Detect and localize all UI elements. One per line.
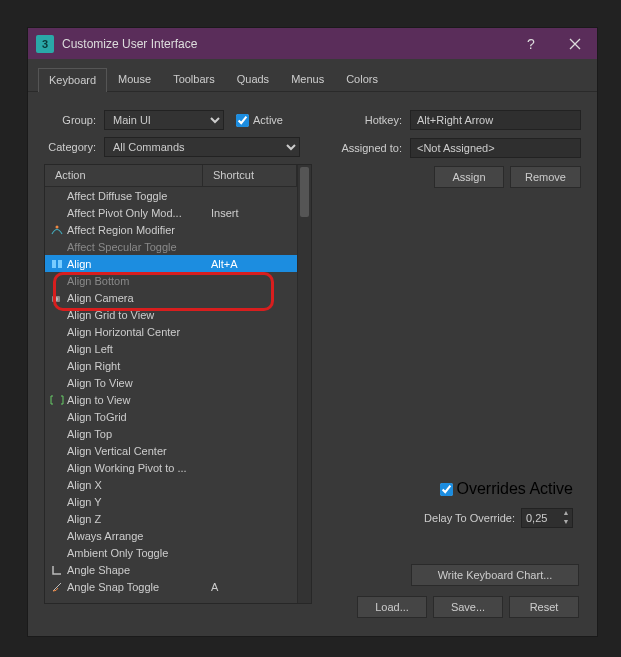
blank-icon xyxy=(49,342,64,356)
action-list-box: Action Shortcut Affect Diffuse ToggleAff… xyxy=(44,164,312,604)
scroll-thumb[interactable] xyxy=(300,167,309,217)
assigned-to-input[interactable] xyxy=(410,138,581,158)
scrollbar[interactable] xyxy=(297,165,311,603)
list-item[interactable]: Align To View xyxy=(45,374,297,391)
category-select[interactable]: All Commands xyxy=(104,137,300,157)
hotkey-label: Hotkey: xyxy=(330,114,410,126)
action-name: Align Left xyxy=(67,343,207,355)
load-button[interactable]: Load... xyxy=(357,596,427,618)
list-item[interactable]: AlignAlt+A xyxy=(45,255,297,272)
action-name: Ambient Only Toggle xyxy=(67,547,207,559)
list-item[interactable]: Align X xyxy=(45,476,297,493)
group-select[interactable]: Main UI xyxy=(104,110,224,130)
titlebar: 3 Customize User Interface ? xyxy=(28,28,597,59)
svg-rect-2 xyxy=(58,260,62,268)
action-name: Align Camera xyxy=(67,292,207,304)
assigned-to-label: Assigned to: xyxy=(330,142,410,154)
list-item[interactable]: Align Y xyxy=(45,493,297,510)
list-item[interactable]: Align to View xyxy=(45,391,297,408)
spinner-up-icon[interactable]: ▲ xyxy=(560,509,572,518)
list-item[interactable]: Align Vertical Center xyxy=(45,442,297,459)
delay-label: Delay To Override: xyxy=(424,512,515,524)
list-item[interactable]: Align Working Pivot to ... xyxy=(45,459,297,476)
list-item[interactable]: Affect Diffuse Toggle xyxy=(45,187,297,204)
blank-icon xyxy=(49,546,64,560)
action-shortcut: Insert xyxy=(207,207,297,219)
assign-button[interactable]: Assign xyxy=(434,166,504,188)
list-body[interactable]: Affect Diffuse ToggleAffect Pivot Only M… xyxy=(45,187,297,603)
brackets-icon xyxy=(49,393,64,407)
column-action[interactable]: Action xyxy=(45,165,203,186)
close-button[interactable] xyxy=(553,28,597,59)
tab-toolbars[interactable]: Toolbars xyxy=(162,67,226,91)
action-name: Align X xyxy=(67,479,207,491)
action-name: Align Vertical Center xyxy=(67,445,207,457)
list-item[interactable]: Align Bottom xyxy=(45,272,297,289)
list-item[interactable]: Affect Specular Toggle xyxy=(45,238,297,255)
action-name: Angle Snap Toggle xyxy=(67,581,207,593)
hotkey-input[interactable] xyxy=(410,110,581,130)
customize-ui-window: 3 Customize User Interface ? KeyboardMou… xyxy=(27,27,598,637)
action-name: Always Arrange xyxy=(67,530,207,542)
active-checkbox-input[interactable] xyxy=(236,114,249,127)
action-name: Align Bottom xyxy=(67,275,207,287)
column-shortcut[interactable]: Shortcut xyxy=(203,165,297,186)
list-item[interactable]: Always Arrange xyxy=(45,527,297,544)
active-checkbox[interactable]: Active xyxy=(236,114,283,127)
action-name: Align to View xyxy=(67,394,207,406)
svg-rect-1 xyxy=(52,260,56,268)
list-item[interactable]: Align Right xyxy=(45,357,297,374)
tab-quads[interactable]: Quads xyxy=(226,67,280,91)
action-shortcut: A xyxy=(207,581,297,593)
action-name: Affect Pivot Only Mod... xyxy=(67,207,207,219)
list-item[interactable]: Align Grid to View xyxy=(45,306,297,323)
action-name: Angle Shape xyxy=(67,564,207,576)
action-name: Align Horizontal Center xyxy=(67,326,207,338)
blank-icon xyxy=(49,308,64,322)
blank-icon xyxy=(49,189,64,203)
list-item[interactable]: Angle Shape xyxy=(45,561,297,578)
list-item[interactable]: Ambient Only Toggle xyxy=(45,544,297,561)
action-name: Align Top xyxy=(67,428,207,440)
reset-button[interactable]: Reset xyxy=(509,596,579,618)
tab-keyboard[interactable]: Keyboard xyxy=(38,68,107,92)
list-item[interactable]: Align Camera xyxy=(45,289,297,306)
save-button[interactable]: Save... xyxy=(433,596,503,618)
blank-icon xyxy=(49,240,64,254)
list-item[interactable]: Align ToGrid xyxy=(45,408,297,425)
close-icon xyxy=(568,37,582,51)
blank-icon xyxy=(49,495,64,509)
list-item[interactable]: Align Left xyxy=(45,340,297,357)
list-item[interactable]: Align Z xyxy=(45,510,297,527)
action-name: Align Z xyxy=(67,513,207,525)
write-keyboard-chart-button[interactable]: Write Keyboard Chart... xyxy=(411,564,579,586)
spinner-down-icon[interactable]: ▼ xyxy=(560,518,572,527)
action-list: Action Shortcut Affect Diffuse ToggleAff… xyxy=(45,165,297,603)
list-item[interactable]: Align Horizontal Center xyxy=(45,323,297,340)
overrides-active-input[interactable] xyxy=(440,483,453,496)
action-name: Align To View xyxy=(67,377,207,389)
remove-button[interactable]: Remove xyxy=(510,166,581,188)
action-name: Affect Region Modifier xyxy=(67,224,207,236)
tab-menus[interactable]: Menus xyxy=(280,67,335,91)
tab-colors[interactable]: Colors xyxy=(335,67,389,91)
overrides-active-checkbox[interactable]: Overrides Active xyxy=(424,480,573,498)
tab-bar: KeyboardMouseToolbarsQuadsMenusColors xyxy=(28,59,597,92)
action-name: Align ToGrid xyxy=(67,411,207,423)
list-item[interactable]: Affect Pivot Only Mod...Insert xyxy=(45,204,297,221)
list-item[interactable]: Affect Region Modifier xyxy=(45,221,297,238)
action-name: Affect Diffuse Toggle xyxy=(67,190,207,202)
group-label: Group: xyxy=(44,114,104,126)
list-item[interactable]: Align Top xyxy=(45,425,297,442)
window-title: Customize User Interface xyxy=(62,37,509,51)
action-name: Affect Specular Toggle xyxy=(67,241,207,253)
delay-input[interactable] xyxy=(522,509,560,527)
help-button[interactable]: ? xyxy=(509,28,553,59)
blank-icon xyxy=(49,529,64,543)
action-name: Align xyxy=(67,258,207,270)
list-item[interactable]: Angle Snap ToggleA xyxy=(45,578,297,595)
delay-spinner[interactable]: ▲ ▼ xyxy=(521,508,573,528)
action-shortcut: Alt+A xyxy=(207,258,297,270)
blank-icon xyxy=(49,376,64,390)
tab-mouse[interactable]: Mouse xyxy=(107,67,162,91)
